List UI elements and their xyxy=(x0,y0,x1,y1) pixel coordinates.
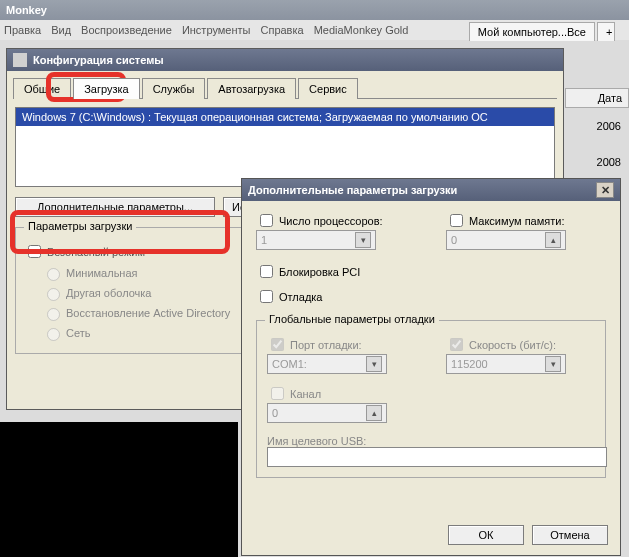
app-tab-label: Мой компьютер...Все xyxy=(478,26,586,38)
group-label: Параметры загрузки xyxy=(24,220,136,232)
advanced-options-button[interactable]: Дополнительные параметры... xyxy=(15,197,215,217)
maxmem-label: Максимум памяти: xyxy=(469,215,565,227)
maxmem-spinner: 0 ▴ xyxy=(446,230,566,250)
tab-startup[interactable]: Автозагрузка xyxy=(207,78,296,99)
tab-label: Сервис xyxy=(309,83,347,95)
tab-tools[interactable]: Сервис xyxy=(298,78,358,99)
msconfig-tabstrip: Общие Загрузка Службы Автозагрузка Серви… xyxy=(13,77,557,99)
debugport-label: Порт отладки: xyxy=(290,339,362,351)
channel-spinner: 0 ▴ xyxy=(267,403,387,423)
advanced-boot-options-window: Дополнительные параметры загрузки ✕ Числ… xyxy=(241,178,621,556)
debugport-checkbox xyxy=(271,338,284,351)
tab-boot[interactable]: Загрузка xyxy=(73,78,139,99)
menu-view[interactable]: Вид xyxy=(51,24,71,36)
debug-group: Глобальные параметры отладки Порт отладк… xyxy=(256,320,606,478)
adv-button-row: ОК Отмена xyxy=(448,525,608,545)
safe-mode-checkbox[interactable] xyxy=(28,245,41,258)
menu-help[interactable]: Справка xyxy=(260,24,303,36)
safe-mode-label: Безопасный режим xyxy=(47,246,145,258)
msconfig-icon xyxy=(13,53,27,67)
menu-playback[interactable]: Воспроизведение xyxy=(81,24,172,36)
msconfig-title-bar[interactable]: Конфигурация системы xyxy=(7,49,563,71)
baud-checkbox xyxy=(450,338,463,351)
numproc-dropdown: 1 ▾ xyxy=(256,230,376,250)
ok-button[interactable]: ОК xyxy=(448,525,524,545)
channel-value: 0 xyxy=(272,407,278,419)
side-row-year[interactable]: 2006 xyxy=(565,108,629,144)
menu-edit[interactable]: Правка xyxy=(4,24,41,36)
usb-label: Имя целевого USB: xyxy=(267,435,595,447)
player-area xyxy=(0,422,238,557)
side-row-year[interactable]: 2008 xyxy=(565,144,629,180)
radio-adrepair xyxy=(47,308,60,321)
channel-checkbox xyxy=(271,387,284,400)
radio-label: Другая оболочка xyxy=(66,287,151,299)
spinner-icon: ▴ xyxy=(545,232,561,248)
app-tab-strip: Мой компьютер...Все + xyxy=(469,22,615,41)
radio-minimal xyxy=(47,268,60,281)
chevron-down-icon: ▾ xyxy=(545,356,561,372)
radio-label: Сеть xyxy=(66,327,90,339)
debug-checkbox[interactable] xyxy=(260,290,273,303)
pcilock-checkbox[interactable] xyxy=(260,265,273,278)
maxmem-checkbox[interactable] xyxy=(450,214,463,227)
btn-label: ОК xyxy=(479,529,494,541)
radio-altshell xyxy=(47,288,60,301)
btn-label: Дополнительные параметры... xyxy=(37,201,193,213)
numproc-checkbox[interactable] xyxy=(260,214,273,227)
debug-label: Отладка xyxy=(279,291,322,303)
adv-body: Число процессоров: 1 ▾ Максимум памяти: … xyxy=(242,201,620,488)
msconfig-title: Конфигурация системы xyxy=(33,54,164,66)
tab-label: Службы xyxy=(153,83,195,95)
radio-network xyxy=(47,328,60,341)
chevron-down-icon: ▾ xyxy=(366,356,382,372)
tab-general[interactable]: Общие xyxy=(13,78,71,99)
numproc-value: 1 xyxy=(261,234,267,246)
chevron-down-icon: ▾ xyxy=(355,232,371,248)
tab-label: Общие xyxy=(24,83,60,95)
debug-group-label: Глобальные параметры отладки xyxy=(265,313,439,325)
close-icon: ✕ xyxy=(601,184,610,196)
boot-entry-list[interactable]: Windows 7 (C:\Windows) : Текущая операци… xyxy=(15,107,555,187)
baud-dropdown: 115200 ▾ xyxy=(446,354,566,374)
btn-label: Отмена xyxy=(550,529,589,541)
menu-gold[interactable]: MediaMonkey Gold xyxy=(314,24,409,36)
close-button[interactable]: ✕ xyxy=(596,182,614,198)
radio-label: Восстановление Active Directory xyxy=(66,307,230,319)
maxmem-value: 0 xyxy=(451,234,457,246)
menu-tools[interactable]: Инструменты xyxy=(182,24,251,36)
debugport-value: COM1: xyxy=(272,358,307,370)
debugport-dropdown: COM1: ▾ xyxy=(267,354,387,374)
pcilock-label: Блокировка PCI xyxy=(279,266,360,278)
cancel-button[interactable]: Отмена xyxy=(532,525,608,545)
side-header-date[interactable]: Дата xyxy=(565,88,629,108)
channel-label: Канал xyxy=(290,388,321,400)
usb-target-input xyxy=(267,447,607,467)
adv-title: Дополнительные параметры загрузки xyxy=(248,184,457,196)
baud-label: Скорость (бит/с): xyxy=(469,339,556,351)
spinner-icon: ▴ xyxy=(366,405,382,421)
tab-services[interactable]: Службы xyxy=(142,78,206,99)
radio-label: Минимальная xyxy=(66,267,138,279)
adv-title-bar[interactable]: Дополнительные параметры загрузки ✕ xyxy=(242,179,620,201)
baud-value: 115200 xyxy=(451,358,488,370)
app-title-bar: Monkey xyxy=(0,0,629,20)
numproc-label: Число процессоров: xyxy=(279,215,383,227)
app-tab-mycomputer[interactable]: Мой компьютер...Все xyxy=(469,22,595,41)
app-title: Monkey xyxy=(6,4,47,16)
tab-label: Загрузка xyxy=(84,83,128,95)
boot-entry-selected[interactable]: Windows 7 (C:\Windows) : Текущая операци… xyxy=(16,108,554,126)
add-tab-button[interactable]: + xyxy=(597,22,615,41)
tab-label: Автозагрузка xyxy=(218,83,285,95)
